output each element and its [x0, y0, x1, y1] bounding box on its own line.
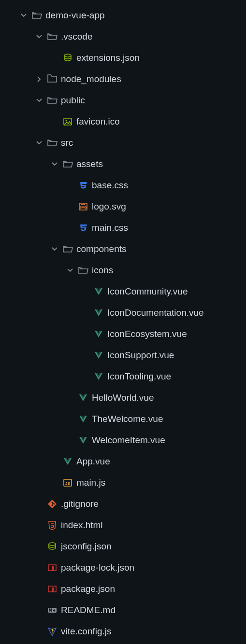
vue-icon — [76, 435, 90, 446]
tree-item-label: main.css — [90, 223, 128, 233]
chevron-down-icon[interactable] — [33, 98, 45, 103]
tree-item[interactable]: WelcomeItem.vue — [0, 430, 246, 451]
chevron-down-icon[interactable] — [48, 246, 61, 252]
tree-item[interactable]: node_modules — [0, 69, 246, 90]
vue-icon — [92, 286, 105, 297]
vite-icon — [45, 626, 59, 637]
file-tree: demo-vue-app.vscodeextensions.jsonnode_m… — [0, 5, 246, 642]
js-icon — [61, 477, 74, 488]
tree-item-label: IconTooling.vue — [105, 371, 171, 382]
vue-icon — [61, 456, 74, 467]
chevron-down-icon[interactable] — [17, 13, 30, 18]
tree-item[interactable]: main.js — [0, 472, 246, 493]
folder-icon — [45, 74, 59, 84]
tree-item[interactable]: TheWelcome.vue — [0, 408, 246, 430]
css-icon — [76, 223, 90, 233]
tree-item[interactable]: HelloWorld.vue — [0, 387, 246, 408]
vue-icon — [92, 350, 105, 361]
folder-open-icon — [30, 10, 43, 21]
folder-open-icon — [45, 138, 59, 148]
tree-item-label: TheWelcome.vue — [90, 414, 163, 424]
tree-item-label: main.js — [74, 477, 105, 488]
html-icon — [45, 520, 59, 531]
tree-item-label: jsconfig.json — [59, 541, 112, 552]
vue-icon — [92, 371, 105, 382]
tree-item-label: public — [59, 95, 85, 106]
tree-item[interactable]: extensions.json — [0, 47, 246, 69]
tree-item-label: demo-vue-app — [43, 10, 105, 21]
tree-item[interactable]: favicon.ico — [0, 111, 246, 132]
tree-item[interactable]: IconEcosystem.vue — [0, 323, 246, 345]
tree-item-label: IconCommunity.vue — [105, 286, 188, 297]
vue-icon — [76, 414, 90, 424]
tree-item-label: IconEcosystem.vue — [105, 329, 187, 339]
tree-item[interactable]: components — [0, 238, 246, 260]
npm-icon — [45, 584, 59, 594]
folder-open-icon — [61, 244, 74, 254]
tree-item[interactable]: vite.config.js — [0, 621, 246, 642]
folder-open-icon — [45, 31, 59, 42]
tree-item-label: package-lock.json — [59, 562, 134, 573]
tree-item-label: components — [74, 244, 127, 254]
tree-item-label: extensions.json — [74, 53, 140, 63]
tree-item[interactable]: IconCommunity.vue — [0, 281, 246, 302]
git-icon — [45, 499, 59, 509]
tree-item-label: .gitignore — [59, 499, 99, 509]
md-icon — [45, 605, 59, 616]
tree-item-label: IconDocumentation.vue — [105, 308, 204, 318]
tree-item-label: index.html — [59, 520, 103, 531]
tree-item[interactable]: base.css — [0, 175, 246, 196]
tree-item[interactable]: src — [0, 132, 246, 154]
chevron-down-icon[interactable] — [33, 140, 45, 146]
css-icon — [76, 180, 90, 191]
tree-item[interactable]: App.vue — [0, 451, 246, 472]
vue-icon — [92, 308, 105, 318]
tree-item[interactable]: .vscode — [0, 26, 246, 47]
folder-open-icon — [45, 95, 59, 106]
tree-item[interactable]: IconSupport.vue — [0, 345, 246, 366]
tree-item[interactable]: IconDocumentation.vue — [0, 302, 246, 323]
vue-icon — [76, 392, 90, 403]
chevron-right-icon[interactable] — [33, 76, 45, 82]
vue-icon — [92, 329, 105, 339]
tree-item[interactable]: .gitignore — [0, 493, 246, 515]
tree-item-label: vite.config.js — [59, 626, 112, 637]
chevron-down-icon[interactable] — [33, 34, 45, 40]
tree-item-label: package.json — [59, 584, 115, 594]
tree-item[interactable]: README.md — [0, 600, 246, 621]
tree-item-label: logo.svg — [90, 201, 126, 212]
tree-item-label: HelloWorld.vue — [90, 392, 154, 403]
tree-item-label: WelcomeItem.vue — [90, 435, 165, 446]
folder-open-icon — [61, 159, 74, 169]
folder-open-icon — [76, 265, 90, 276]
tree-item[interactable]: package.json — [0, 578, 246, 600]
chevron-down-icon[interactable] — [64, 267, 76, 273]
tree-item[interactable]: demo-vue-app — [0, 5, 246, 26]
tree-item-label: assets — [74, 159, 103, 169]
tree-item[interactable]: public — [0, 90, 246, 111]
tree-item[interactable]: icons — [0, 260, 246, 281]
image-icon — [61, 116, 74, 127]
tree-item[interactable]: index.html — [0, 515, 246, 536]
tree-item-label: IconSupport.vue — [105, 350, 174, 361]
tree-item[interactable]: main.css — [0, 217, 246, 238]
npm-icon — [45, 562, 59, 573]
json-icon — [61, 53, 74, 63]
tree-item-label: icons — [90, 265, 113, 276]
tree-item[interactable]: jsconfig.json — [0, 536, 246, 557]
tree-item-label: .vscode — [59, 31, 92, 42]
svg-icon — [76, 201, 90, 212]
tree-item-label: base.css — [90, 180, 128, 191]
json-icon — [45, 541, 59, 552]
tree-item[interactable]: package-lock.json — [0, 557, 246, 578]
tree-item[interactable]: logo.svg — [0, 196, 246, 217]
tree-item-label: README.md — [59, 605, 116, 616]
tree-item-label: App.vue — [74, 456, 110, 467]
tree-item-label: node_modules — [59, 74, 121, 84]
tree-item[interactable]: assets — [0, 154, 246, 175]
chevron-down-icon[interactable] — [48, 161, 61, 167]
tree-item-label: favicon.ico — [74, 116, 120, 127]
tree-item[interactable]: IconTooling.vue — [0, 366, 246, 387]
tree-item-label: src — [59, 138, 73, 148]
